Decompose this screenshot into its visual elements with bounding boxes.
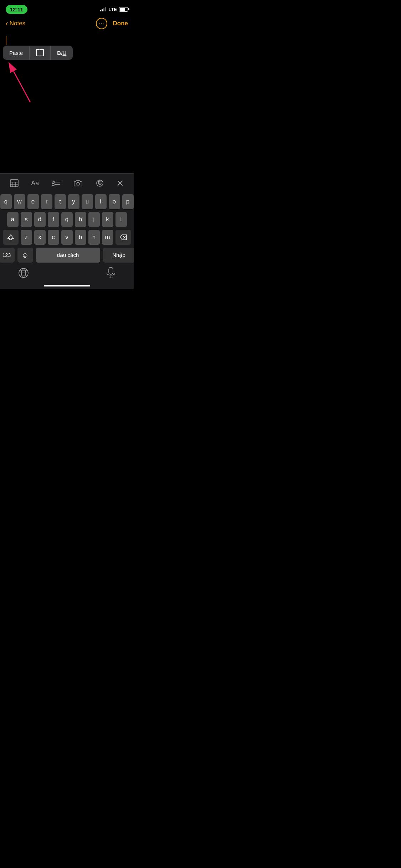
key-return[interactable]: Nhập [103,248,134,263]
battery [119,7,128,12]
key-d[interactable]: d [34,212,46,227]
home-indicator [0,283,134,289]
key-123[interactable]: 123 [0,248,15,263]
lte-label: LTE [108,7,117,12]
key-a[interactable]: a [7,212,19,227]
globe-icon [18,267,29,279]
list-icon [52,179,61,187]
underline-u: U [62,50,66,56]
pen-icon [96,179,104,187]
biu-button[interactable]: BIU [51,46,73,60]
key-l[interactable]: l [115,212,127,227]
bottom-bar [0,264,134,283]
close-toolbar-button[interactable] [115,178,125,188]
bold-b: B [57,50,61,56]
key-row-1: q w e r t y u i o p [0,193,134,211]
back-label: Notes [10,20,25,27]
camera-toolbar-button[interactable] [72,178,84,188]
microphone-button[interactable] [106,267,116,280]
key-s[interactable]: s [21,212,32,227]
key-y[interactable]: y [68,194,79,209]
more-dots-icon: ··· [98,21,104,26]
key-v[interactable]: v [61,230,73,245]
globe-button[interactable] [18,267,29,280]
nav-right-actions: ··· Done [96,18,128,29]
svg-rect-23 [109,267,113,274]
microphone-icon [106,267,116,279]
text-cursor [6,36,6,45]
key-r[interactable]: r [41,194,52,209]
key-p[interactable]: p [122,194,134,209]
format-aa-icon: Aa [31,180,39,187]
key-z[interactable]: z [21,230,32,245]
svg-line-1 [14,71,30,102]
key-w[interactable]: w [14,194,25,209]
key-t[interactable]: t [55,194,66,209]
status-bar: 12:11 LTE [0,0,134,16]
more-button[interactable]: ··· [96,18,107,29]
key-f[interactable]: f [48,212,59,227]
key-x[interactable]: x [34,230,46,245]
battery-icon [119,7,128,12]
key-q[interactable]: q [0,194,12,209]
signal-bars [100,7,106,11]
context-menu: Paste BIU [3,46,73,60]
key-row-4: 123 ☺ dấu cách Nhập [0,246,134,264]
list-toolbar-button[interactable] [50,178,62,188]
camera-icon [73,179,83,187]
pen-toolbar-button[interactable] [94,178,106,188]
format-toolbar-button[interactable]: Aa [30,178,40,188]
home-indicator-bar [44,285,90,286]
done-button[interactable]: Done [113,20,128,27]
key-j[interactable]: j [88,212,100,227]
key-shift[interactable] [3,230,19,245]
key-row-2: a s d f g h j k l [0,211,134,228]
key-i[interactable]: i [95,194,107,209]
key-b[interactable]: b [75,230,86,245]
key-h[interactable]: h [75,212,86,227]
keyboard: q w e r t y u i o p a s d f g h j k l [0,193,134,264]
keyboard-toolbar: Aa [0,173,134,193]
status-time: 12:11 [6,5,27,14]
table-toolbar-button[interactable] [9,178,20,188]
key-row-3: z x c v b n m [0,228,134,246]
screen: 12:11 LTE ‹ Notes ··· Done [0,0,134,289]
key-k[interactable]: k [102,212,113,227]
battery-fill [120,8,125,11]
close-icon [117,180,124,187]
key-e[interactable]: e [27,194,39,209]
back-button[interactable]: ‹ Notes [6,20,25,27]
arrow-annotation [7,61,43,105]
key-c[interactable]: c [48,230,59,245]
svg-point-11 [77,182,79,185]
biu-label: BIU [57,50,66,56]
back-chevron-icon: ‹ [6,19,8,27]
delete-icon [119,234,127,241]
svg-rect-2 [10,180,18,187]
scan-text-button[interactable] [30,46,51,60]
paste-button[interactable]: Paste [3,46,30,60]
scan-icon [36,49,44,56]
key-m[interactable]: m [102,230,113,245]
svg-rect-10 [52,184,54,186]
key-g[interactable]: g [61,212,73,227]
key-o[interactable]: o [109,194,120,209]
key-n[interactable]: n [88,230,100,245]
editor-area[interactable]: Paste BIU [0,33,134,173]
key-delete[interactable] [115,230,131,245]
table-icon [10,179,19,187]
status-right: LTE [100,7,128,12]
shift-icon [7,234,14,241]
key-emoji[interactable]: ☺ [17,248,33,263]
nav-bar: ‹ Notes ··· Done [0,16,134,33]
key-space[interactable]: dấu cách [36,248,100,263]
arrow-svg [7,61,43,104]
key-u[interactable]: u [82,194,93,209]
